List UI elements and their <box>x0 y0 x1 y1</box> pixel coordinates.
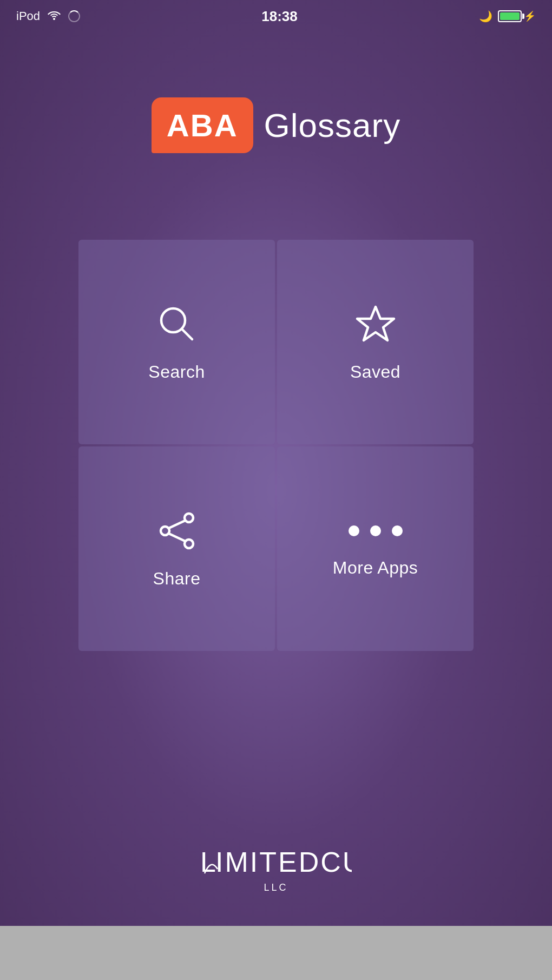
battery-container: ⚡ <box>498 10 536 22</box>
glossary-text: Glossary <box>264 106 401 144</box>
battery-fill <box>500 12 520 20</box>
battery-icon <box>498 10 522 22</box>
svg-text:IMITEDCUE: IMITEDCUE <box>215 846 352 878</box>
svg-line-1 <box>182 329 192 339</box>
moon-icon: 🌙 <box>479 10 492 23</box>
svg-point-5 <box>161 527 169 535</box>
saved-label: Saved <box>350 362 400 382</box>
svg-marker-2 <box>357 307 394 340</box>
svg-point-8 <box>349 525 359 536</box>
svg-point-3 <box>185 514 193 522</box>
search-icon <box>155 302 199 346</box>
svg-line-6 <box>169 521 185 528</box>
svg-point-10 <box>392 525 403 536</box>
device-label: iPod <box>16 9 40 23</box>
time-display: 18:38 <box>261 8 298 25</box>
search-label: Search <box>148 362 205 382</box>
aba-badge: ABA <box>152 97 253 153</box>
brand-logo: L IMITEDCUE <box>200 842 352 880</box>
screen: iPod 18:38 🌙 ⚡ <box>0 0 552 980</box>
share-button[interactable]: Share <box>78 446 275 651</box>
status-right: 🌙 ⚡ <box>479 10 536 23</box>
main-grid: Search Saved Share <box>78 240 474 651</box>
star-icon <box>354 302 397 346</box>
more-apps-button[interactable]: More Apps <box>277 446 474 651</box>
share-label: Share <box>153 569 201 589</box>
brand-sub: LLC <box>264 882 288 893</box>
svg-point-4 <box>185 540 193 548</box>
logo-area: ABA Glossary <box>152 97 400 153</box>
svg-point-9 <box>370 525 381 536</box>
wifi-icon <box>48 9 61 23</box>
aba-text: ABA <box>167 107 238 143</box>
saved-button[interactable]: Saved <box>277 240 474 444</box>
status-left: iPod <box>16 9 80 23</box>
charging-icon: ⚡ <box>524 10 536 22</box>
footer: L IMITEDCUE LLC <box>200 842 352 893</box>
home-bar <box>0 926 552 980</box>
search-button[interactable]: Search <box>78 240 275 444</box>
svg-line-7 <box>169 534 185 541</box>
status-bar: iPod 18:38 🌙 ⚡ <box>0 0 552 32</box>
more-apps-icon <box>349 520 403 542</box>
brand-svg: L IMITEDCUE <box>200 842 352 880</box>
loading-spinner <box>68 10 80 22</box>
more-apps-label: More Apps <box>333 558 418 578</box>
share-icon <box>155 509 199 553</box>
